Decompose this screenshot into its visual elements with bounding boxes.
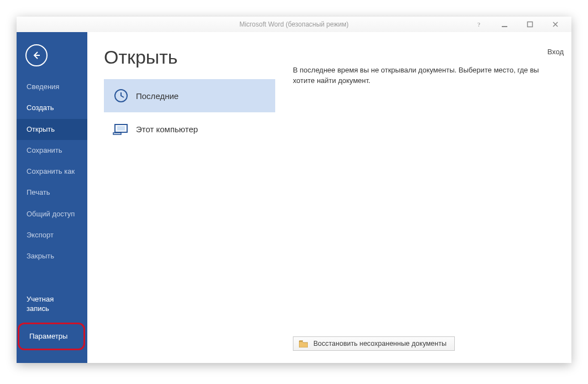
title-bar: Microsoft Word (безопасный режим) ? — [17, 17, 571, 32]
close-button[interactable] — [543, 19, 568, 30]
options-highlight: Параметры — [18, 323, 85, 350]
svg-rect-6 — [117, 126, 125, 131]
svg-rect-5 — [113, 133, 121, 134]
place-this-pc[interactable]: Этот компьютер — [104, 112, 275, 146]
nav-new[interactable]: Создать — [17, 97, 87, 118]
minimize-button[interactable] — [492, 19, 517, 30]
no-recent-hint: В последнее время вы не открывали докуме… — [293, 65, 559, 86]
place-label: Этот компьютер — [136, 124, 198, 134]
nav-print[interactable]: Печать — [17, 182, 87, 203]
nav-close[interactable]: Закрыть — [17, 246, 87, 267]
places-list: Последние Этот ком — [104, 79, 275, 146]
place-recent[interactable]: Последние — [104, 79, 275, 112]
nav-export[interactable]: Экспорт — [17, 225, 87, 246]
svg-rect-1 — [502, 26, 507, 27]
nav-open[interactable]: Открыть — [17, 119, 87, 140]
recover-unsaved-button[interactable]: Восстановить несохраненные документы — [293, 336, 455, 351]
nav-share[interactable]: Общий доступ — [17, 204, 87, 225]
maximize-button[interactable] — [517, 19, 543, 30]
svg-text:?: ? — [477, 21, 480, 28]
recover-label: Восстановить несохраненные документы — [313, 340, 447, 347]
nav-options[interactable]: Параметры — [22, 326, 81, 346]
svg-rect-2 — [528, 22, 533, 27]
backstage-sidebar: Сведения Создать Открыть Сохранить Сохра… — [17, 32, 87, 363]
page-title: Открыть — [104, 46, 275, 68]
folder-icon — [299, 340, 308, 347]
nav-account[interactable]: Учетная запись — [17, 289, 87, 319]
arrow-left-icon — [31, 50, 42, 61]
window-title: Microsoft Word (безопасный режим) — [239, 20, 349, 28]
nav-save-as[interactable]: Сохранить как — [17, 161, 87, 182]
help-button[interactable]: ? — [466, 19, 492, 30]
back-button[interactable] — [25, 44, 48, 66]
nav-save[interactable]: Сохранить — [17, 140, 87, 161]
nav-info[interactable]: Сведения — [17, 76, 87, 97]
clock-icon — [112, 88, 130, 103]
computer-icon — [112, 122, 130, 136]
place-label: Последние — [136, 91, 179, 101]
